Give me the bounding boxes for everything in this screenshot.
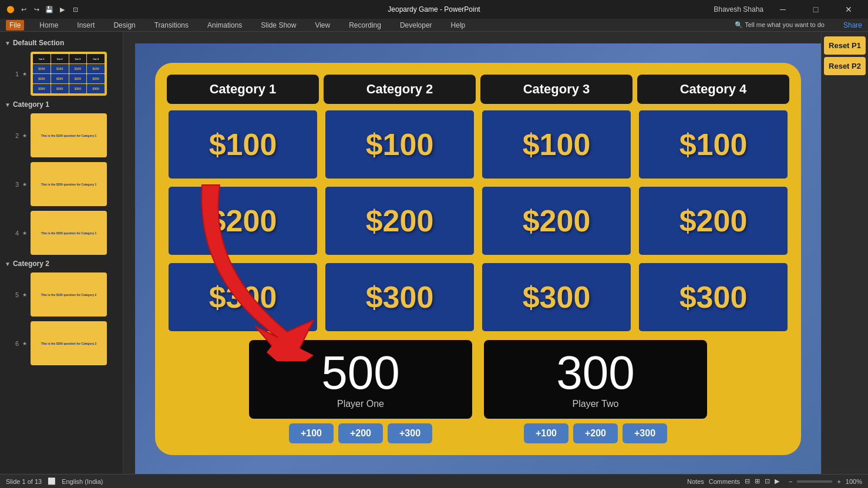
title-bar: 🟠 ↩ ↪ 💾 ▶ ⊡ Jeopardy Game - PowerPoint B…	[0, 0, 868, 19]
category-3-header: Category 3	[480, 75, 633, 104]
right-sidebar: Reset P1 Reset P2	[821, 32, 868, 474]
categories-grid: Category 1 Category 2 Category 3 Categor…	[167, 75, 789, 104]
slide-icon: ⬜	[48, 477, 56, 485]
player-two-label: Player Two	[507, 399, 684, 409]
status-left: Slide 1 of 13 ⬜ English (India)	[6, 477, 103, 485]
section-cat2-label: Category 2	[13, 260, 49, 268]
reset-p1-button[interactable]: Reset P1	[824, 36, 866, 55]
user-name: Bhavesh Shaha	[714, 5, 763, 14]
category-1-header: Category 1	[167, 75, 319, 104]
player-two-plus300[interactable]: +300	[623, 423, 667, 443]
zoom-minus-icon[interactable]: −	[789, 478, 792, 485]
slide-item-6[interactable]: 6 ★ This is the $200 question for Catego…	[0, 319, 123, 368]
maximize-button[interactable]: □	[802, 0, 829, 19]
cell-r3-c3[interactable]: $300	[480, 261, 633, 333]
notes-button[interactable]: Notes	[687, 478, 704, 485]
slide-thumb-2: This is the $100 question for Category 1	[31, 113, 107, 157]
section-cat2: ▼ Category 2	[0, 257, 123, 270]
triangle-icon: ▼	[5, 102, 11, 108]
ruler-top	[135, 32, 821, 43]
tab-recording[interactable]: Recording	[345, 20, 385, 31]
cell-r3-c4[interactable]: $300	[637, 261, 789, 333]
slide-thumb-3: This is the $200 question for Category 1	[31, 162, 107, 206]
slide-item-3[interactable]: 3 ★ This is the $200 question for Catego…	[0, 160, 123, 208]
triangle-icon: ▼	[5, 40, 11, 46]
player-one-plus300[interactable]: +300	[388, 423, 432, 443]
player-one-buttons: +100 +200 +300	[289, 423, 432, 443]
status-bar: Slide 1 of 13 ⬜ English (India) Notes Co…	[0, 474, 868, 488]
ribbon: File Home Insert Design Transitions Anim…	[0, 19, 868, 32]
slide-content: Category 1 Category 2 Category 3 Categor…	[135, 43, 821, 474]
slide-item-2[interactable]: 2 ★ This is the $100 question for Catego…	[0, 111, 123, 160]
search-placeholder[interactable]: 🔍 Tell me what you want to do	[735, 21, 825, 29]
slide-item-5[interactable]: 5 ★ This is the $100 question for Catego…	[0, 270, 123, 319]
player-two-plus100[interactable]: +100	[524, 423, 568, 443]
tab-slideshow[interactable]: Slide Show	[257, 20, 300, 31]
slide-thumb-5: This is the $100 question for Category 2	[31, 272, 107, 317]
ruler-left	[123, 32, 135, 474]
zoom-slider[interactable]	[797, 480, 832, 483]
save-icon[interactable]: 💾	[45, 5, 54, 14]
cell-r1-c4[interactable]: $100	[637, 109, 789, 180]
tab-home[interactable]: Home	[36, 20, 62, 31]
tab-animations[interactable]: Animations	[204, 20, 245, 31]
language: English (India)	[62, 478, 103, 485]
view-slide-icon[interactable]: ⊞	[755, 477, 760, 485]
comments-button[interactable]: Comments	[709, 478, 740, 485]
tab-developer[interactable]: Developer	[396, 20, 436, 31]
tab-file[interactable]: File	[6, 20, 24, 31]
player-two-plus200[interactable]: +200	[573, 423, 618, 443]
player-one-label: Player One	[272, 399, 449, 409]
slide-thumb-4: This is the $300 question for Category 1	[31, 211, 107, 255]
reset-p2-button[interactable]: Reset P2	[824, 57, 866, 75]
present-icon[interactable]: ▶	[58, 5, 67, 14]
slide-item-4[interactable]: 4 ★ This is the $300 question for Catego…	[0, 208, 123, 257]
player-one-plus100[interactable]: +100	[289, 423, 334, 443]
cell-r2-c3[interactable]: $200	[480, 185, 633, 257]
category-4-header: Category 4	[637, 75, 789, 104]
category-2-header: Category 2	[324, 75, 476, 104]
view-presenter-icon[interactable]: ▶	[775, 477, 779, 485]
player-two-card: 300 Player Two	[484, 340, 707, 419]
section-cat1: ▼ Category 1	[0, 98, 123, 111]
slide-thumb-6: This is the $200 question for Category 2	[31, 321, 107, 365]
section-cat1-label: Category 1	[13, 100, 49, 109]
expand-icon[interactable]: ⊡	[70, 5, 80, 14]
powerpoint-icon: 🟠	[6, 5, 15, 14]
status-right: Notes Comments ⊟ ⊞ ⊡ ▶ − + 100%	[687, 477, 862, 485]
view-normal-icon[interactable]: ⊟	[745, 477, 750, 485]
share-button[interactable]: Share	[843, 21, 862, 29]
player-two-score: 300	[507, 349, 684, 396]
redo-icon[interactable]: ↪	[32, 5, 41, 14]
tab-insert[interactable]: Insert	[73, 20, 98, 31]
slide-panel: ▼ Default Section 1 ★ Cat 1 Cat 2 Cat 3 …	[0, 32, 123, 474]
tab-view[interactable]: View	[311, 20, 334, 31]
close-button[interactable]: ✕	[835, 0, 862, 19]
title-bar-right: Bhavesh Shaha ─ □ ✕	[714, 0, 862, 19]
section-default-label: Default Section	[13, 39, 64, 47]
window-title: Jeopardy Game - PowerPoint	[388, 5, 480, 14]
canvas-area: Category 1 Category 2 Category 3 Categor…	[123, 32, 821, 474]
slide-item-1[interactable]: 1 ★ Cat 1 Cat 2 Cat 3 Cat 4 $100 $100 $1…	[0, 49, 123, 98]
zoom-level: 100%	[846, 478, 862, 485]
slide-info: Slide 1 of 13	[6, 478, 42, 485]
tab-design[interactable]: Design	[110, 20, 139, 31]
zoom-plus-icon[interactable]: +	[837, 478, 840, 485]
tab-transitions[interactable]: Transitions	[151, 20, 192, 31]
cell-r1-c2[interactable]: $100	[324, 109, 476, 180]
tab-help[interactable]: Help	[448, 20, 469, 31]
app-body: ▼ Default Section 1 ★ Cat 1 Cat 2 Cat 3 …	[0, 32, 868, 474]
slide-thumb-1: Cat 1 Cat 2 Cat 3 Cat 4 $100 $100 $100 $…	[31, 52, 107, 96]
view-reading-icon[interactable]: ⊡	[765, 477, 770, 485]
player-two-group: 300 Player Two +100 +200 +300	[484, 340, 707, 443]
player-two-buttons: +100 +200 +300	[524, 423, 667, 443]
title-bar-left: 🟠 ↩ ↪ 💾 ▶ ⊡	[6, 5, 80, 14]
cell-r1-c3[interactable]: $100	[480, 109, 633, 180]
section-default: ▼ Default Section	[0, 36, 123, 49]
red-arrow	[173, 173, 349, 361]
minimize-button[interactable]: ─	[769, 0, 796, 19]
undo-icon[interactable]: ↩	[19, 5, 28, 14]
player-one-plus200[interactable]: +200	[338, 423, 383, 443]
cell-r1-c1[interactable]: $100	[167, 109, 319, 180]
cell-r2-c4[interactable]: $200	[637, 185, 789, 257]
